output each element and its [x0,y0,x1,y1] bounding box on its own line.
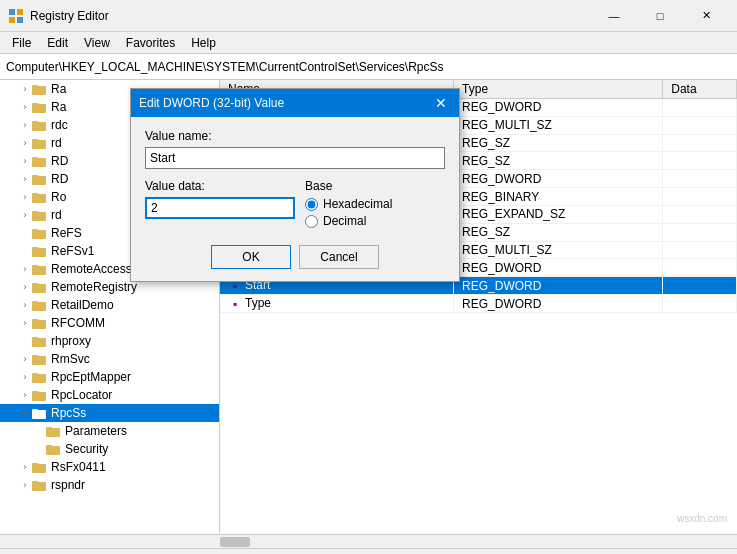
folder-icon [32,370,48,384]
folder-icon [46,424,62,438]
svg-rect-33 [32,337,38,340]
svg-rect-2 [9,17,15,23]
tree-arrow: › [18,264,32,274]
svg-rect-41 [32,409,38,412]
svg-rect-45 [46,445,52,448]
value-name-input[interactable] [145,147,445,169]
tree-arrow: › [18,138,32,148]
tree-arrow: › [18,120,32,130]
svg-rect-43 [46,427,52,430]
horizontal-scrollbar[interactable] [0,534,737,548]
maximize-button[interactable]: □ [637,0,683,32]
value-data-input[interactable] [145,197,295,219]
tree-item[interactable]: › RsFx0411 [0,458,219,476]
menu-edit[interactable]: Edit [39,34,76,52]
folder-icon [32,172,48,186]
folder-icon [32,352,48,366]
svg-rect-1 [17,9,23,15]
folder-icon [32,388,48,402]
svg-rect-29 [32,301,38,304]
svg-rect-39 [32,391,38,394]
tree-item-security[interactable]: › Security [0,440,219,458]
tree-item-parameters[interactable]: › Parameters [0,422,219,440]
folder-open-icon [32,406,48,420]
tree-arrow: › [18,192,32,202]
tree-item[interactable]: › RFCOMM [0,314,219,332]
tree-item[interactable]: › rhproxy [0,332,219,350]
hexadecimal-radio-row: Hexadecimal [305,197,445,211]
folder-icon [32,298,48,312]
tree-item[interactable]: › RpcLocator [0,386,219,404]
table-row[interactable]: ▪Type REG_DWORD [220,295,737,313]
svg-rect-37 [32,373,38,376]
folder-icon [32,208,48,222]
tree-item[interactable]: › rspndr [0,476,219,494]
tree-arrow: › [18,174,32,184]
window-title: Registry Editor [30,9,591,23]
address-bar: Computer\HKEY_LOCAL_MACHINE\SYSTEM\Curre… [0,54,737,80]
col-data: Data [663,80,737,99]
tree-arrow: › [18,102,32,112]
menu-view[interactable]: View [76,34,118,52]
dialog-title-bar: Edit DWORD (32-bit) Value ✕ [131,89,459,117]
tree-arrow: › [18,318,32,328]
svg-rect-47 [32,463,38,466]
tree-item[interactable]: › RetailDemo [0,296,219,314]
cancel-button[interactable]: Cancel [299,245,379,269]
scrollbar-thumb[interactable] [220,537,250,547]
tree-item[interactable]: › RmSvc [0,350,219,368]
svg-rect-25 [32,265,38,268]
ok-button[interactable]: OK [211,245,291,269]
svg-rect-49 [32,481,38,484]
minimize-button[interactable]: — [591,0,637,32]
base-label: Base [305,179,445,193]
svg-rect-23 [32,247,38,250]
hexadecimal-radio[interactable] [305,198,318,211]
tree-arrow: › [18,300,32,310]
dialog-close-button[interactable]: ✕ [431,93,451,113]
svg-rect-11 [32,139,38,142]
svg-rect-9 [32,121,38,124]
folder-icon [32,280,48,294]
tree-arrow: › [18,84,32,94]
tree-arrow: › [18,282,32,292]
tree-arrow: › [18,354,32,364]
dialog-title: Edit DWORD (32-bit) Value [139,96,431,110]
tree-item-rpcss[interactable]: ▾ RpcSs [0,404,219,422]
value-data-group: Value data: [145,179,295,231]
folder-icon [32,100,48,114]
svg-rect-17 [32,193,38,196]
base-group: Base Hexadecimal Decimal [305,179,445,231]
svg-rect-7 [32,103,38,106]
tree-arrow: › [18,462,32,472]
folder-icon [32,334,48,348]
address-path: Computer\HKEY_LOCAL_MACHINE\SYSTEM\Curre… [6,60,443,74]
tree-item[interactable]: › RpcEptMapper [0,368,219,386]
value-data-row: Value data: Base Hexadecimal Decimal [145,179,445,231]
dialog-buttons: OK Cancel [145,245,445,269]
decimal-label: Decimal [323,214,366,228]
menu-favorites[interactable]: Favorites [118,34,183,52]
decimal-radio[interactable] [305,215,318,228]
tree-arrow-expanded: ▾ [18,408,32,418]
close-button[interactable]: ✕ [683,0,729,32]
status-bar [0,548,737,554]
app-icon [8,8,24,24]
menu-help[interactable]: Help [183,34,224,52]
title-bar: Registry Editor — □ ✕ [0,0,737,32]
folder-icon [32,478,48,492]
svg-rect-15 [32,175,38,178]
svg-rect-35 [32,355,38,358]
window-controls: — □ ✕ [591,0,729,32]
value-data-label: Value data: [145,179,295,193]
tree-arrow: › [18,210,32,220]
folder-icon [32,316,48,330]
edit-dword-dialog: Edit DWORD (32-bit) Value ✕ Value name: … [130,88,460,282]
col-type: Type [454,80,663,99]
folder-icon [46,442,62,456]
folder-icon [32,154,48,168]
folder-icon [32,226,48,240]
tree-arrow: › [18,156,32,166]
value-name-label: Value name: [145,129,445,143]
menu-file[interactable]: File [4,34,39,52]
